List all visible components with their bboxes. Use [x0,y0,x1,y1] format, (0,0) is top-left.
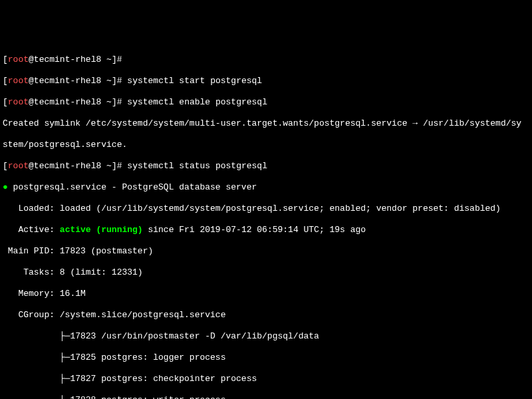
command-status: systemctl status postgresql [127,161,267,171]
status-memory: Memory: 16.1M [3,289,529,299]
prompt-line-2: [root@tecmint-rhel8 ~]# systemctl enable… [3,97,529,108]
prompt-line-0: [root@tecmint-rhel8 ~]# [3,55,529,65]
status-loaded: Loaded: loaded (/usr/lib/systemd/system/… [3,203,529,214]
prompt-line-3: [root@tecmint-rhel8 ~]# systemctl status… [3,161,529,172]
command-start: systemctl start postgresql [127,76,262,86]
process-3: ├─17827 postgres: checkpointer process [3,374,529,384]
status-main-pid: Main PID: 17823 (postmaster) [3,246,529,257]
active-running-label: active (running) [60,225,143,235]
terminal-window[interactable]: [root@tecmint-rhel8 ~]# [root@tecmint-rh… [0,43,532,399]
status-dot-icon: ● [3,182,8,192]
process-1: ├─17823 /usr/bin/postmaster -D /var/lib/… [3,331,529,342]
status-tasks: Tasks: 8 (limit: 12331) [3,267,529,278]
command-enable: systemctl enable postgresql [127,97,267,107]
status-cgroup: CGroup: /system.slice/postgresql.service [3,310,529,321]
status-header: ● postgresql.service - PostgreSQL databa… [3,182,529,193]
symlink-output-2: stem/postgresql.service. [3,140,529,150]
status-active: Active: active (running) since Fri 2019-… [3,225,529,235]
prompt-line-1: [root@tecmint-rhel8 ~]# systemctl start … [3,76,529,86]
process-4: ├─17828 postgres: writer process [3,395,529,399]
symlink-output-1: Created symlink /etc/systemd/system/mult… [3,118,529,129]
process-2: ├─17825 postgres: logger process [3,352,529,363]
